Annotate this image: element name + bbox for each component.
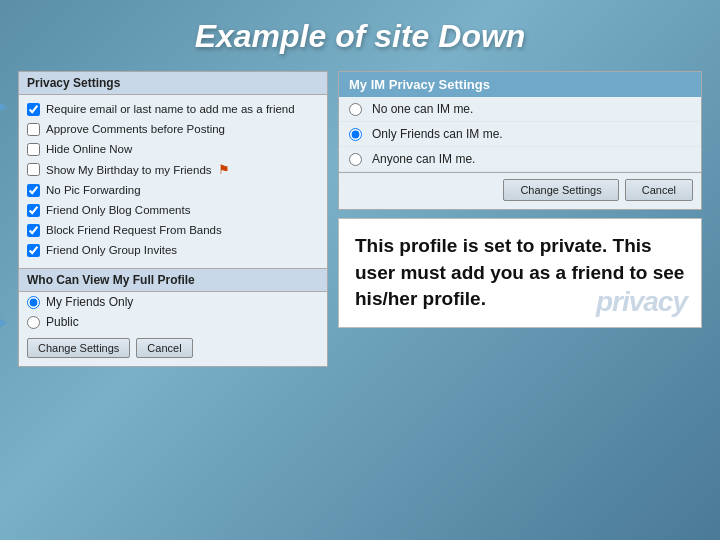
- radio-anyone-im[interactable]: [349, 153, 362, 166]
- label-public: Public: [46, 315, 79, 329]
- who-can-view-header: Who Can View My Full Profile: [19, 268, 327, 292]
- radio-public[interactable]: [27, 316, 40, 329]
- checkbox-approve-comments[interactable]: [27, 123, 40, 136]
- page-title: Example of site Down: [0, 18, 720, 55]
- label-no-pic: No Pic Forwarding: [46, 184, 141, 196]
- list-item: No Pic Forwarding: [19, 180, 327, 200]
- list-item: Hide Online Now: [19, 139, 327, 159]
- label-friend-group: Friend Only Group Invites: [46, 244, 177, 256]
- list-item: Approve Comments before Posting: [19, 119, 327, 139]
- privacy-settings-header: Privacy Settings: [19, 72, 327, 95]
- private-profile-text: This profile is set to private. This use…: [355, 235, 684, 309]
- label-show-birthday: Show My Birthday to my Friends: [46, 164, 212, 176]
- checkbox-no-pic[interactable]: [27, 184, 40, 197]
- list-item: Require email or last name to add me as …: [19, 99, 327, 119]
- label-hide-online: Hide Online Now: [46, 143, 132, 155]
- label-require-email: Require email or last name to add me as …: [46, 103, 295, 115]
- im-settings-header: My IM Privacy Settings: [339, 72, 701, 97]
- privacy-settings-list: Require email or last name to add me as …: [19, 95, 327, 264]
- list-item: Friend Only Blog Comments: [19, 200, 327, 220]
- list-item: Block Friend Request From Bands: [19, 220, 327, 240]
- left-btn-row: Change Settings Cancel: [19, 332, 327, 366]
- im-settings-panel: My IM Privacy Settings No one can IM me.…: [338, 71, 702, 210]
- checkbox-require-email[interactable]: [27, 103, 40, 116]
- list-item: Anyone can IM me.: [339, 147, 701, 172]
- list-item: No one can IM me.: [339, 97, 701, 122]
- checkbox-friend-blog[interactable]: [27, 204, 40, 217]
- im-btn-row: Change Settings Cancel: [339, 172, 701, 209]
- checkbox-friend-group[interactable]: [27, 244, 40, 257]
- checkbox-show-birthday[interactable]: [27, 163, 40, 176]
- checkbox-hide-online[interactable]: [27, 143, 40, 156]
- label-approve-comments: Approve Comments before Posting: [46, 123, 225, 135]
- arrow-icon-2: [0, 310, 7, 336]
- checkbox-block-bands[interactable]: [27, 224, 40, 237]
- label-no-one-im: No one can IM me.: [372, 102, 473, 116]
- flag-icon: ⚑: [218, 162, 230, 177]
- im-change-settings-button[interactable]: Change Settings: [503, 179, 618, 201]
- private-profile-box: This profile is set to private. This use…: [338, 218, 702, 328]
- radio-friends-im[interactable]: [349, 128, 362, 141]
- list-item: Public: [19, 312, 327, 332]
- left-cancel-button[interactable]: Cancel: [136, 338, 192, 358]
- im-cancel-button[interactable]: Cancel: [625, 179, 693, 201]
- label-friends-im: Only Friends can IM me.: [372, 127, 503, 141]
- label-friend-blog: Friend Only Blog Comments: [46, 204, 190, 216]
- label-anyone-im: Anyone can IM me.: [372, 152, 475, 166]
- watermark: privacy: [596, 282, 687, 321]
- list-item: Only Friends can IM me.: [339, 122, 701, 147]
- label-block-bands: Block Friend Request From Bands: [46, 224, 222, 236]
- title-area: Example of site Down: [0, 0, 720, 67]
- arrow-icon-1: [0, 94, 7, 120]
- list-item: Show My Birthday to my Friends ⚑: [19, 159, 327, 180]
- right-panel: My IM Privacy Settings No one can IM me.…: [338, 71, 702, 367]
- left-change-settings-button[interactable]: Change Settings: [27, 338, 130, 358]
- radio-friends-only[interactable]: [27, 296, 40, 309]
- label-friends-only: My Friends Only: [46, 295, 133, 309]
- radio-no-one-im[interactable]: [349, 103, 362, 116]
- left-panel: Privacy Settings Require email or last n…: [18, 71, 328, 367]
- list-item: Friend Only Group Invites: [19, 240, 327, 260]
- list-item: My Friends Only: [19, 292, 327, 312]
